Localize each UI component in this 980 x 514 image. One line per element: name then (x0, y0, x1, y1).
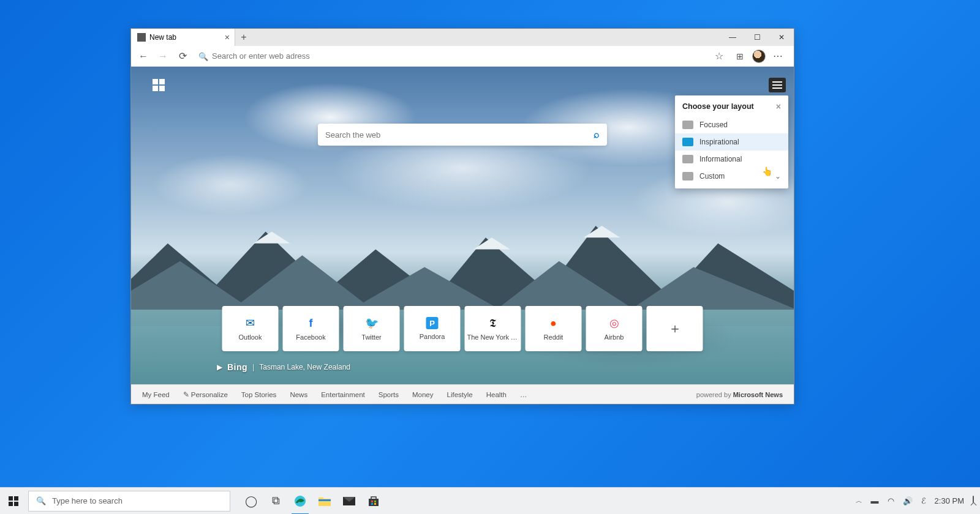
tray-overflow-icon[interactable]: ︿ (856, 496, 862, 505)
tab-close-icon[interactable]: × (225, 32, 230, 42)
layout-informational-icon (682, 155, 693, 163)
feed-link-news[interactable]: News (290, 391, 307, 398)
task-view-button[interactable]: ⧉ (263, 488, 288, 515)
svg-rect-15 (374, 501, 376, 502)
tile-reddit[interactable]: ● Reddit (526, 306, 582, 351)
tile-facebook[interactable]: f Facebook (283, 306, 339, 351)
layout-option-inspirational[interactable]: Inspirational (675, 133, 788, 151)
address-bar[interactable]: 🔍 Search or enter web adress (194, 48, 708, 64)
maximize-button[interactable]: ☐ (745, 29, 769, 46)
feed-link-entertainment[interactable]: Entertainment (321, 391, 365, 398)
airbnb-icon: ◎ (608, 316, 621, 330)
feed-link-health[interactable]: Health (486, 391, 507, 398)
tile-outlook[interactable]: ✉ Outlook (222, 306, 279, 351)
separator: | (252, 363, 254, 371)
feed-link-my-feed[interactable]: My Feed (142, 391, 170, 398)
tile-pandora[interactable]: P Pandora (404, 306, 461, 351)
svg-rect-10 (318, 499, 331, 501)
profile-avatar[interactable] (752, 50, 766, 63)
windows-logo-icon (9, 496, 18, 506)
toolbar: ← → ⟳ 🔍 Search or enter web adress ☆ ⊞ ⋯ (131, 46, 794, 67)
tab-new[interactable]: New tab × (131, 29, 235, 46)
svg-rect-17 (374, 503, 376, 505)
reddit-icon: ● (547, 316, 560, 330)
taskbar-search-placeholder: Type here to search (52, 496, 123, 505)
forward-button[interactable]: → (154, 48, 172, 65)
volume-icon[interactable]: 🔊 (903, 496, 913, 505)
pandora-icon: P (426, 317, 439, 329)
tile-label: Pandora (420, 333, 445, 340)
taskbar-app-store[interactable] (361, 488, 386, 515)
bing-location: Tasman Lake, New Zealand (259, 363, 350, 371)
mail-icon (343, 497, 355, 505)
layout-flyout-header: Choose your layout × (675, 102, 788, 116)
cortana-button[interactable]: ◯ (239, 488, 263, 515)
bing-label: Bing (227, 362, 247, 372)
battery-icon[interactable]: ▬ (871, 496, 879, 505)
apps-grid-button[interactable] (153, 79, 165, 91)
layout-option-informational[interactable]: Informational (675, 151, 788, 168)
input-method-icon[interactable]: ℰ (921, 496, 926, 505)
web-search-input[interactable] (325, 130, 594, 140)
layout-flyout-title: Choose your layout (682, 102, 754, 111)
quick-links-row: ✉ Outlook f Facebook 🐦 Twitter P Pandora… (222, 306, 703, 351)
minimize-button[interactable]: — (720, 29, 745, 46)
tile-airbnb[interactable]: ◎ Airbnb (586, 306, 643, 351)
taskbar-app-edge[interactable] (288, 488, 312, 515)
feed-link-personalize[interactable]: ✎Personalize (183, 390, 228, 399)
new-tab-content: ⌕ Choose your layout × Focused Inspirati… (131, 67, 794, 404)
layout-flyout-close-icon[interactable]: × (776, 102, 781, 111)
layout-option-focused[interactable]: Focused (675, 116, 788, 133)
tile-add[interactable]: ＋ (647, 306, 703, 351)
feed-link-top-stories[interactable]: Top Stories (241, 391, 277, 398)
chevron-down-icon: ⌄ (775, 172, 781, 181)
refresh-button[interactable]: ⟳ (174, 48, 191, 65)
new-tab-button[interactable]: + (235, 29, 252, 46)
system-tray: ︿ ▬ ◠ 🔊 ℰ 2:30 PM (850, 496, 980, 505)
taskbar-app-mail[interactable] (337, 488, 361, 515)
layout-option-label: Informational (699, 155, 742, 163)
layout-option-label: Inspirational (699, 138, 739, 146)
wifi-icon[interactable]: ◠ (888, 496, 894, 505)
svg-marker-2 (254, 232, 290, 244)
feed-link-more[interactable]: … (520, 391, 527, 398)
web-search-icon[interactable]: ⌕ (594, 129, 600, 140)
favorite-button[interactable]: ☆ (710, 48, 728, 65)
tile-twitter[interactable]: 🐦 Twitter (344, 306, 400, 351)
taskbar-app-explorer[interactable] (312, 488, 337, 515)
bing-logo-icon: ▶ (217, 363, 222, 371)
clock[interactable]: 2:30 PM (935, 496, 964, 505)
search-icon: 🔍 (198, 52, 207, 61)
bing-attribution[interactable]: ▶ Bing | Tasman Lake, New Zealand (217, 362, 350, 372)
collections-button[interactable]: ⊞ (731, 48, 748, 65)
feed-bar: My Feed ✎Personalize Top Stories News En… (131, 384, 794, 404)
pencil-icon: ✎ (183, 391, 189, 398)
browser-window: New tab × + — ☐ ✕ ← → ⟳ 🔍 Search or ente… (130, 28, 794, 404)
close-button[interactable]: ✕ (769, 29, 794, 46)
svg-rect-7 (9, 502, 13, 506)
tab-title: New tab (149, 33, 176, 42)
action-center-icon[interactable] (973, 496, 974, 505)
svg-marker-3 (473, 238, 510, 250)
layout-flyout: Choose your layout × Focused Inspiration… (675, 95, 788, 188)
start-button[interactable] (0, 488, 27, 515)
web-search-box[interactable]: ⌕ (318, 124, 607, 146)
svg-marker-4 (584, 226, 620, 237)
back-button[interactable]: ← (135, 48, 152, 65)
taskbar-search-box[interactable]: 🔍 Type here to search (28, 491, 230, 512)
layout-inspirational-icon (682, 138, 693, 146)
svg-rect-6 (14, 496, 18, 501)
tile-nytimes[interactable]: 𝕿 The New York Ti... (465, 306, 521, 351)
settings-menu-button[interactable]: ⋯ (769, 48, 786, 65)
nytimes-icon: 𝕿 (486, 316, 500, 330)
page-settings-button[interactable] (769, 78, 786, 92)
feed-link-sports[interactable]: Sports (379, 391, 399, 398)
svg-rect-5 (9, 496, 13, 501)
svg-rect-13 (369, 499, 379, 506)
tile-label: Facebook (296, 333, 325, 341)
plus-icon: ＋ (668, 322, 682, 335)
outlook-icon: ✉ (244, 316, 257, 330)
search-icon: 🔍 (36, 496, 46, 505)
feed-link-lifestyle[interactable]: Lifestyle (447, 391, 473, 398)
feed-link-money[interactable]: Money (412, 391, 434, 398)
